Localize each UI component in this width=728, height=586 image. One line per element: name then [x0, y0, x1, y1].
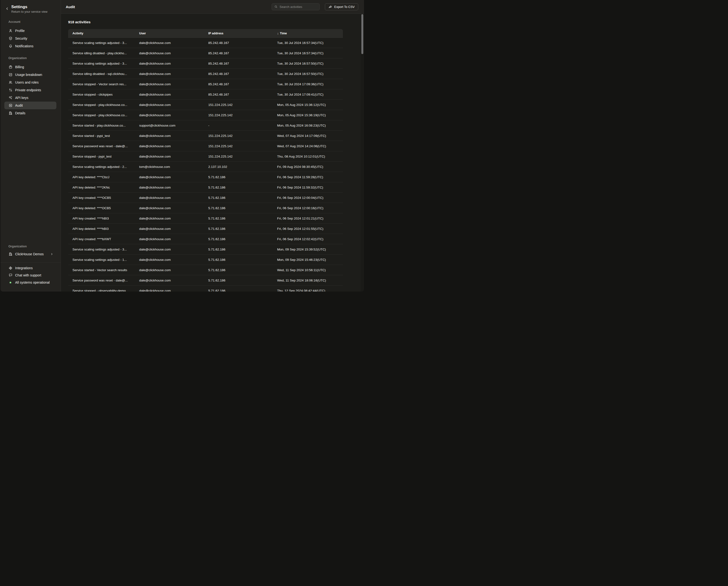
- bell-icon: [9, 44, 12, 48]
- time-cell: Thu, 12 Sep 2024 08:42:44(UTC): [277, 289, 343, 292]
- table-row[interactable]: Service stopped - Vector search res... d…: [68, 79, 343, 89]
- sidebar-item-chat-support[interactable]: Chat with support: [4, 272, 56, 279]
- organization-switcher-label: Organization: [8, 244, 61, 248]
- user-cell: tom@clickhouse.com: [139, 165, 208, 169]
- sidebar-item-users-and-roles[interactable]: Users and roles: [4, 78, 56, 86]
- ip-cell: 85.242.48.167: [208, 41, 277, 45]
- user-cell: dale@clickhouse.com: [139, 289, 208, 292]
- settings-sidebar: Settings Return to your service view Acc…: [0, 0, 61, 292]
- export-csv-button[interactable]: Export To CSV: [325, 3, 358, 10]
- table-row[interactable]: Service stopped - observability-demo dal…: [68, 286, 343, 292]
- sidebar-item-integrations[interactable]: Integrations: [4, 264, 56, 272]
- sidebar-item-notifications[interactable]: Notifications: [4, 42, 56, 50]
- table-row[interactable]: API key deleted: ****hBI3 dale@clickhous…: [68, 224, 343, 234]
- sidebar-item-details[interactable]: Details: [4, 109, 56, 117]
- chat-bubble-icon: [9, 273, 12, 277]
- status-label: All systems operational: [15, 280, 50, 284]
- time-cell: Tue, 30 Jul 2024 16:57:34(UTC): [277, 41, 343, 45]
- table-row[interactable]: Service stopped - pypi_test dale@clickho…: [68, 151, 343, 162]
- table-row[interactable]: Service stopped - play.clickhouse.co... …: [68, 100, 343, 110]
- search-icon: [274, 5, 278, 8]
- table-row[interactable]: API key deleted: ****CbzJ dale@clickhous…: [68, 172, 343, 182]
- table-row[interactable]: Service idling disabled - sql.clickhou..…: [68, 69, 343, 79]
- ip-cell: 151.224.225.142: [208, 134, 277, 138]
- user-cell: dale@clickhouse.com: [139, 144, 208, 148]
- sidebar-item-private-endpoints[interactable]: Private endpoints: [4, 86, 56, 94]
- search-input[interactable]: [280, 5, 317, 9]
- sidebar-item-label: API keys: [15, 96, 28, 100]
- user-cell: dale@clickhouse.com: [139, 268, 208, 272]
- sidebar-item-label: Details: [15, 111, 25, 115]
- search-box[interactable]: [271, 3, 320, 10]
- sidebar-item-api-keys[interactable]: API keys: [4, 94, 56, 102]
- system-status[interactable]: All systems operational: [4, 279, 56, 286]
- ip-cell: 151.224.225.142: [208, 113, 277, 117]
- column-header-ip[interactable]: IP address: [208, 32, 277, 35]
- table-row[interactable]: Service password was reset - dale@... da…: [68, 275, 343, 286]
- sidebar-item-usage-breakdown[interactable]: Usage breakdown: [4, 71, 56, 78]
- chevron-left-icon: [5, 7, 9, 10]
- scrollbar-track[interactable]: [361, 14, 364, 292]
- user-cell: dale@clickhouse.com: [139, 93, 208, 96]
- table-row[interactable]: Service scaling settings adjusted - 3...…: [68, 38, 343, 48]
- table-row[interactable]: Service scaling settings adjusted - 3...…: [68, 244, 343, 254]
- table-row[interactable]: API key deleted: ****2KNc dale@clickhous…: [68, 182, 343, 193]
- table-row[interactable]: Service started - play.clickhouse.co... …: [68, 120, 343, 131]
- back-button[interactable]: [5, 7, 9, 10]
- column-header-time[interactable]: ↓ Time: [277, 31, 343, 35]
- user-cell: dale@clickhouse.com: [139, 206, 208, 210]
- user-cell: dale@clickhouse.com: [139, 113, 208, 117]
- sidebar-item-label: Integrations: [15, 266, 33, 270]
- column-header-user[interactable]: User: [139, 32, 208, 35]
- sidebar-footer: Organization ClickHouse Demos Integratio…: [0, 244, 61, 286]
- sidebar-item-label: Usage breakdown: [15, 73, 42, 77]
- time-cell: Mon, 05 Aug 2024 16:08:23(UTC): [277, 124, 343, 127]
- ip-cell: 85.242.48.167: [208, 51, 277, 55]
- table-row[interactable]: API key deleted: ****OCB5 dale@clickhous…: [68, 203, 343, 213]
- column-header-time-label: Time: [280, 32, 287, 35]
- table-row[interactable]: Service password was reset - dale@... da…: [68, 141, 343, 151]
- time-cell: Mon, 09 Sep 2024 15:46:23(UTC): [277, 258, 343, 262]
- ip-cell: 5.71.62.186: [208, 258, 277, 262]
- table-row[interactable]: Service started - Vector search results …: [68, 265, 343, 275]
- organization-switcher[interactable]: ClickHouse Demos: [4, 250, 56, 258]
- account-nav: Profile Security Notifications: [0, 27, 61, 50]
- user-cell: dale@clickhouse.com: [139, 237, 208, 241]
- table-row[interactable]: API key created: ****hBI3 dale@clickhous…: [68, 213, 343, 224]
- column-header-activity[interactable]: Activity: [68, 32, 139, 35]
- time-cell: Fri, 06 Sep 2024 12:02:42(UTC): [277, 237, 343, 241]
- table-row[interactable]: Service stopped - clickpipes dale@clickh…: [68, 89, 343, 100]
- scrollbar-thumb[interactable]: [361, 14, 363, 54]
- user-cell: dale@clickhouse.com: [139, 41, 208, 45]
- sidebar-item-billing[interactable]: Billing: [4, 63, 56, 71]
- sidebar-item-profile[interactable]: Profile: [4, 27, 56, 34]
- table-row[interactable]: Service started - pypi_test dale@clickho…: [68, 131, 343, 141]
- ip-cell: 5.71.62.186: [208, 186, 277, 189]
- ip-cell: 5.71.62.186: [208, 237, 277, 241]
- activity-cell: Service scaling settings adjusted - 3...: [68, 41, 139, 45]
- return-to-service-link[interactable]: Return to your service view: [11, 10, 61, 14]
- activity-cell: API key created: ****OCB5: [68, 196, 139, 200]
- users-icon: [9, 80, 12, 84]
- table-row[interactable]: API key created: ****OCB5 dale@clickhous…: [68, 193, 343, 203]
- user-cell: dale@clickhouse.com: [139, 72, 208, 76]
- activity-cell: Service scaling settings adjusted - 3...: [68, 62, 139, 65]
- table-row[interactable]: Service idling disabled - play.clickho..…: [68, 48, 343, 58]
- user-cell: dale@clickhouse.com: [139, 62, 208, 65]
- sidebar-item-security[interactable]: Security: [4, 34, 56, 42]
- time-cell: Wed, 07 Aug 2024 14:24:06(UTC): [277, 144, 343, 148]
- activity-cell: API key created: ****bXWT: [68, 237, 139, 241]
- table-row[interactable]: Service stopped - play.clickhouse.co... …: [68, 110, 343, 120]
- activity-cell: API key created: ****hBI3: [68, 217, 139, 220]
- time-cell: Tue, 30 Jul 2024 17:09:41(UTC): [277, 93, 343, 96]
- table-row[interactable]: Service scaling settings adjusted - 1...…: [68, 254, 343, 265]
- chart-icon: [9, 73, 12, 77]
- table-row[interactable]: Service scaling settings adjusted - 2...…: [68, 162, 343, 172]
- table-row[interactable]: API key created: ****bXWT dale@clickhous…: [68, 234, 343, 244]
- footer-nav: Integrations Chat with support All syste…: [0, 264, 61, 286]
- table-row[interactable]: Service scaling settings adjusted - 3...…: [68, 58, 343, 69]
- sidebar-item-label: Profile: [15, 29, 25, 33]
- main-area: Audit Export To CSV 918 activities Activ…: [61, 0, 364, 292]
- sidebar-item-audit[interactable]: Audit: [4, 102, 56, 109]
- sidebar-title: Settings: [11, 4, 61, 9]
